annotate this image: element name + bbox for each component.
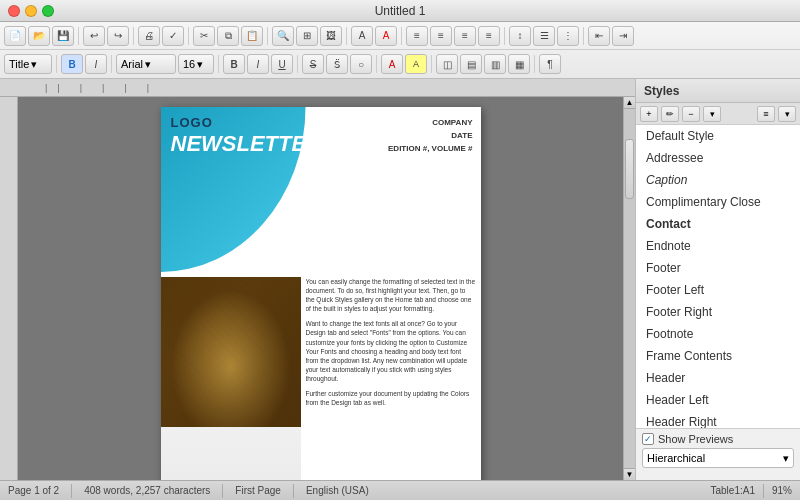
size-dropdown[interactable]: 16 ▾ xyxy=(178,54,214,74)
style-item-footnote[interactable]: Footnote xyxy=(636,323,800,345)
style-item-header-left[interactable]: Header Left xyxy=(636,389,800,411)
align-center-icon[interactable]: ≡ xyxy=(430,26,452,46)
format-icon[interactable]: A xyxy=(351,26,373,46)
bold-button[interactable]: B xyxy=(61,54,83,74)
shadow-btn[interactable]: S̈ xyxy=(326,54,348,74)
zoom-level: 91% xyxy=(772,485,792,496)
chevron-down-icon: ▾ xyxy=(31,58,37,71)
filter-style-icon[interactable]: ▾ xyxy=(703,106,721,122)
sep1 xyxy=(78,27,79,45)
align-right-icon[interactable]: ≡ xyxy=(454,26,476,46)
align2-center[interactable]: ▤ xyxy=(460,54,482,74)
ruler-mark4: | xyxy=(102,83,104,93)
insert-table-icon[interactable]: ⊞ xyxy=(296,26,318,46)
toolbar-row1: 📄 📂 💾 ↩ ↪ 🖨 ✓ ✂ ⧉ 📋 🔍 ⊞ 🖼 A A ≡ ≡ ≡ ≡ ↕ … xyxy=(0,22,800,50)
cut-icon[interactable]: ✂ xyxy=(193,26,215,46)
maximize-button[interactable] xyxy=(42,5,54,17)
menu-icon[interactable]: ≡ xyxy=(757,106,775,122)
align2-justify[interactable]: ▦ xyxy=(508,54,530,74)
copy-icon[interactable]: ⧉ xyxy=(217,26,239,46)
sep10 xyxy=(111,55,112,73)
save-icon[interactable]: 💾 xyxy=(52,26,74,46)
styles-list[interactable]: Default Style Addressee Caption Complime… xyxy=(636,125,800,428)
style-item-frame[interactable]: Frame Contents xyxy=(636,345,800,367)
statusbar: Page 1 of 2 408 words, 2,257 characters … xyxy=(0,480,800,500)
style-item-endnote[interactable]: Endnote xyxy=(636,235,800,257)
style-item-default[interactable]: Default Style xyxy=(636,125,800,147)
ruler-mark2: | xyxy=(57,83,59,93)
italic-btn2[interactable]: I xyxy=(247,54,269,74)
sep7 xyxy=(504,27,505,45)
align2-right[interactable]: ▥ xyxy=(484,54,506,74)
more-format-icon[interactable]: ¶ xyxy=(539,54,561,74)
page-info: Page 1 of 2 xyxy=(8,485,59,496)
paste-icon[interactable]: 📋 xyxy=(241,26,263,46)
numbered-list-icon[interactable]: ⋮ xyxy=(557,26,579,46)
spellcheck-icon[interactable]: ✓ xyxy=(162,26,184,46)
style-item-comp-close[interactable]: Complimentary Close xyxy=(636,191,800,213)
vertical-scrollbar[interactable]: ▲ ▼ xyxy=(623,97,635,480)
hierarchical-select[interactable]: Hierarchical ▾ xyxy=(642,448,794,468)
highlight-color-icon[interactable]: A xyxy=(405,54,427,74)
scrollbar-track[interactable] xyxy=(624,109,635,468)
redo-icon[interactable]: ↪ xyxy=(107,26,129,46)
style-item-contact[interactable]: Contact xyxy=(636,213,800,235)
more-icon[interactable]: ▾ xyxy=(778,106,796,122)
window-controls[interactable] xyxy=(8,5,54,17)
style-item-header-right[interactable]: Header Right xyxy=(636,411,800,428)
styles-panel-header: Styles xyxy=(636,79,800,103)
font-dropdown[interactable]: Arial ▾ xyxy=(116,54,176,74)
ruler-mark5: | xyxy=(124,83,126,93)
delete-style-icon[interactable]: − xyxy=(682,106,700,122)
doc-page-area[interactable]: LOGO NEWSLETTER TITLE COMPANY DATE EDITI… xyxy=(18,97,623,480)
outline-btn[interactable]: ○ xyxy=(350,54,372,74)
scroll-down-button[interactable]: ▼ xyxy=(624,468,635,480)
style-item-footer-left[interactable]: Footer Left xyxy=(636,279,800,301)
word-count: 408 words, 2,257 characters xyxy=(84,485,210,496)
status-sep2 xyxy=(222,484,223,498)
undo-icon[interactable]: ↩ xyxy=(83,26,105,46)
sep12 xyxy=(297,55,298,73)
chevron-down-icon2: ▾ xyxy=(145,58,151,71)
line-spacing-icon[interactable]: ↕ xyxy=(509,26,531,46)
show-previews-checkbox[interactable]: ✓ xyxy=(642,433,654,445)
open-icon[interactable]: 📂 xyxy=(28,26,50,46)
font-value: Arial xyxy=(121,58,143,70)
highlight-icon[interactable]: A xyxy=(375,26,397,46)
first-page: First Page xyxy=(235,485,281,496)
scrollbar-thumb[interactable] xyxy=(625,139,634,199)
indent-inc-icon[interactable]: ⇥ xyxy=(612,26,634,46)
doc-scroll-area: LOGO NEWSLETTER TITLE COMPANY DATE EDITI… xyxy=(0,97,635,480)
close-button[interactable] xyxy=(8,5,20,17)
new-icon[interactable]: 📄 xyxy=(4,26,26,46)
style-item-footer[interactable]: Footer xyxy=(636,257,800,279)
style-item-addressee[interactable]: Addressee xyxy=(636,147,800,169)
insert-image-icon[interactable]: 🖼 xyxy=(320,26,342,46)
align-left-icon[interactable]: ≡ xyxy=(406,26,428,46)
align2-left[interactable]: ◫ xyxy=(436,54,458,74)
company-info: COMPANY DATE EDITION #, VOLUME # xyxy=(388,117,472,155)
style-item-caption[interactable]: Caption xyxy=(636,169,800,191)
bold-btn2[interactable]: B xyxy=(223,54,245,74)
ruler-mark3: | xyxy=(80,83,82,93)
style-item-header[interactable]: Header xyxy=(636,367,800,389)
justify-icon[interactable]: ≡ xyxy=(478,26,500,46)
list-icon[interactable]: ☰ xyxy=(533,26,555,46)
italic-button[interactable]: I xyxy=(85,54,107,74)
print-icon[interactable]: 🖨 xyxy=(138,26,160,46)
minimize-button[interactable] xyxy=(25,5,37,17)
page-image xyxy=(161,277,301,427)
sep5 xyxy=(346,27,347,45)
find-icon[interactable]: 🔍 xyxy=(272,26,294,46)
new-style-icon[interactable]: + xyxy=(640,106,658,122)
style-item-footer-right[interactable]: Footer Right xyxy=(636,301,800,323)
indent-dec-icon[interactable]: ⇤ xyxy=(588,26,610,46)
style-dropdown[interactable]: Title ▾ xyxy=(4,54,52,74)
scroll-up-button[interactable]: ▲ xyxy=(624,97,635,109)
status-right: Table1:A1 91% xyxy=(711,484,793,498)
edit-style-icon[interactable]: ✏ xyxy=(661,106,679,122)
strikethrough-btn[interactable]: S xyxy=(302,54,324,74)
font-color-icon[interactable]: A xyxy=(381,54,403,74)
underline-btn[interactable]: U xyxy=(271,54,293,74)
image-overlay xyxy=(161,277,301,427)
